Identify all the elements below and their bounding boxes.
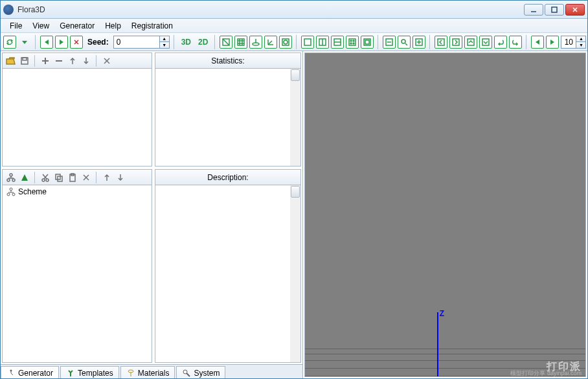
node-up-icon[interactable] <box>101 172 113 183</box>
statistics-body <box>155 69 300 166</box>
undo-icon[interactable] <box>494 36 507 49</box>
svg-line-37 <box>405 43 407 45</box>
wireframe-icon[interactable] <box>279 36 292 49</box>
svg-point-21 <box>284 40 288 44</box>
svg-point-62 <box>42 179 45 181</box>
svg-rect-43 <box>468 39 474 45</box>
menu-help[interactable]: Help <box>100 19 126 32</box>
tab-system[interactable]: System <box>176 366 225 378</box>
description-body[interactable] <box>155 185 300 362</box>
viewport-3d[interactable]: Z 打印派 模型打印分享 dayinpai.com <box>304 52 586 377</box>
bottom-tabs: Generator Templates Materials System <box>1 364 302 378</box>
paste-icon[interactable] <box>67 172 78 183</box>
grid-icon[interactable] <box>234 36 247 49</box>
seed-spin-down[interactable]: ▼ <box>159 42 169 48</box>
menu-registration[interactable]: Registration <box>126 19 178 32</box>
speed-input[interactable] <box>561 36 576 48</box>
mode-3d-button[interactable]: 3D <box>179 36 194 48</box>
view3-icon[interactable] <box>331 36 344 49</box>
svg-rect-22 <box>304 39 311 45</box>
tree-body[interactable]: Scheme <box>3 185 152 362</box>
zoom-fit-icon[interactable] <box>398 36 411 49</box>
svg-marker-46 <box>550 40 554 45</box>
svg-point-56 <box>10 174 12 176</box>
seed-input-group: ▲ ▼ <box>113 36 170 49</box>
tab-label: Generator <box>18 369 53 378</box>
svg-marker-5 <box>45 40 49 45</box>
ground-icon[interactable] <box>249 36 262 49</box>
minimize-button[interactable] <box>524 4 543 16</box>
svg-rect-33 <box>365 40 369 44</box>
dropdown-icon[interactable] <box>18 36 31 49</box>
view1-icon[interactable] <box>301 36 314 49</box>
delete-item-icon[interactable] <box>101 55 113 67</box>
speed-spin-up[interactable]: ▲ <box>576 36 585 43</box>
nav-up-icon[interactable] <box>464 36 477 49</box>
bounds-icon[interactable] <box>220 36 232 49</box>
menu-generator[interactable]: Generator <box>54 19 100 32</box>
save-icon[interactable] <box>19 55 30 67</box>
nav-left-icon[interactable] <box>435 36 447 49</box>
view2-icon[interactable] <box>316 36 329 49</box>
titlebar: Flora3D <box>1 1 587 19</box>
tab-label: System <box>194 369 220 378</box>
close-button[interactable] <box>565 4 585 16</box>
tab-generator[interactable]: Generator <box>1 366 59 378</box>
view5-icon[interactable] <box>361 36 374 49</box>
tree-node-icon[interactable] <box>19 172 30 183</box>
seed-label: Seed: <box>87 38 109 47</box>
speed-spin-down[interactable]: ▼ <box>576 42 585 48</box>
svg-marker-4 <box>22 41 27 44</box>
tab-templates[interactable]: Templates <box>60 366 119 378</box>
svg-line-19 <box>268 41 272 45</box>
node-down-icon[interactable] <box>115 172 126 183</box>
view4-icon[interactable] <box>346 36 359 49</box>
nav-right-icon[interactable] <box>449 36 462 49</box>
svg-point-78 <box>12 193 15 196</box>
play-next-icon[interactable] <box>546 36 559 49</box>
svg-point-31 <box>353 43 354 44</box>
play-prev-icon[interactable] <box>531 36 544 49</box>
add-icon[interactable] <box>40 55 51 67</box>
svg-rect-42 <box>453 39 459 45</box>
move-up-icon[interactable] <box>67 55 78 67</box>
tree-item-label: Scheme <box>18 187 47 196</box>
seed-spin-up[interactable]: ▲ <box>159 36 169 43</box>
zoom-in-icon[interactable] <box>413 36 425 49</box>
move-down-icon[interactable] <box>80 55 92 67</box>
menu-file[interactable]: File <box>5 19 27 32</box>
axes-icon[interactable] <box>264 36 277 49</box>
redo-icon[interactable] <box>509 36 522 49</box>
tree-item-scheme[interactable]: Scheme <box>3 185 152 198</box>
seed-input[interactable] <box>114 36 159 48</box>
prev-icon[interactable] <box>40 36 53 49</box>
statistics-scrollbar[interactable] <box>290 69 300 166</box>
description-pane: Description: <box>155 169 301 363</box>
svg-rect-27 <box>349 39 356 45</box>
svg-point-74 <box>10 188 12 190</box>
mode-2d-button[interactable]: 2D <box>196 36 210 48</box>
zoom-out-icon[interactable] <box>383 36 396 49</box>
svg-point-77 <box>7 193 10 196</box>
delete-node-icon[interactable] <box>80 172 92 183</box>
tab-materials[interactable]: Materials <box>120 366 175 378</box>
svg-rect-44 <box>482 39 489 45</box>
delete-icon[interactable] <box>70 36 83 49</box>
maximize-button[interactable] <box>545 4 564 16</box>
svg-marker-6 <box>60 40 63 45</box>
remove-icon[interactable] <box>53 55 65 67</box>
z-axis-label: Z <box>440 309 444 318</box>
nav-down-icon[interactable] <box>479 36 492 49</box>
refresh-icon[interactable] <box>3 36 16 49</box>
cut-icon[interactable] <box>40 172 51 183</box>
next-icon[interactable] <box>55 36 68 49</box>
menu-view[interactable]: View <box>27 19 54 32</box>
open-icon[interactable] <box>5 55 17 67</box>
app-icon <box>3 5 14 15</box>
description-header: Description: <box>155 170 300 185</box>
copy-icon[interactable] <box>53 172 65 183</box>
hierarchy-icon[interactable] <box>5 172 17 183</box>
file-list[interactable] <box>3 69 152 166</box>
description-scrollbar[interactable] <box>290 185 300 362</box>
workspace: Statistics: <box>1 51 587 378</box>
